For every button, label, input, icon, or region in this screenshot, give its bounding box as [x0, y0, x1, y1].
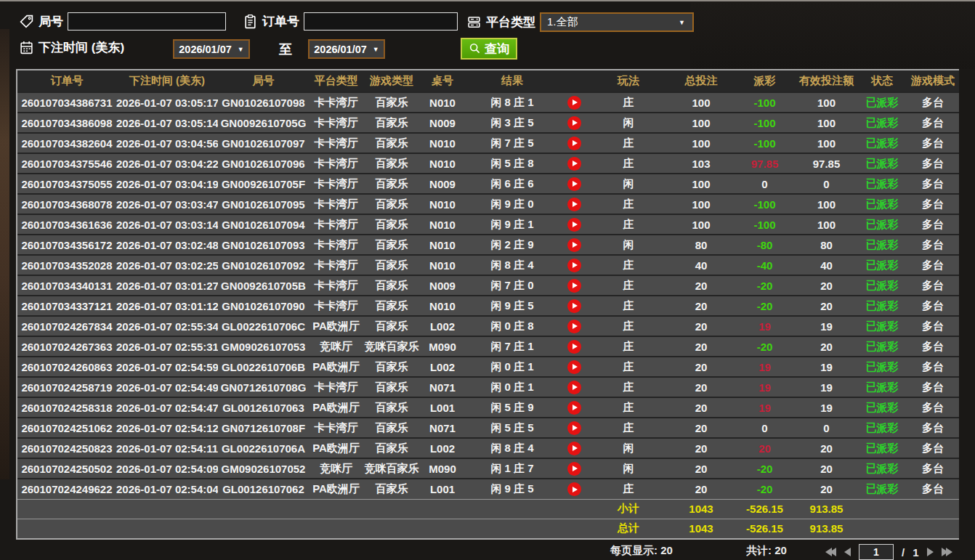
cell-status: 已派彩 — [857, 153, 907, 174]
play-video-icon[interactable] — [567, 218, 581, 232]
cell-order-no: 260107024267834 — [17, 316, 116, 336]
cell-game-no: GL0022610706A — [218, 438, 309, 458]
cell-table-no: N010 — [420, 133, 465, 153]
play-video-icon[interactable] — [567, 299, 581, 313]
query-button[interactable]: 查询 — [461, 38, 517, 60]
subtotal-row: 小计 1043 -526.15 913.85 — [17, 499, 959, 519]
play-video-icon[interactable] — [567, 462, 581, 476]
play-video-icon[interactable] — [567, 116, 581, 130]
cell-game-type: 百家乐 — [363, 438, 420, 458]
cell-mode: 多台 — [907, 255, 959, 275]
cell-payout: -20 — [734, 458, 796, 479]
cell-order-no: 260107034352028 — [17, 255, 116, 275]
cell-mode: 多台 — [907, 377, 959, 397]
page-number-input[interactable]: 1 — [859, 544, 894, 560]
play-video-icon[interactable] — [567, 340, 581, 354]
cell-game-type: 百家乐 — [363, 153, 420, 174]
cell-mode: 多台 — [907, 296, 959, 316]
cell-play: 闲 — [588, 174, 668, 194]
cell-total-bet: 100 — [668, 174, 734, 194]
col-header-order-no: 订单号 — [17, 70, 116, 92]
cell-payout: -100 — [734, 194, 796, 214]
cell-result: 闲 5 庄 8 — [465, 153, 559, 174]
cell-status: 已派彩 — [857, 438, 907, 458]
cell-valid-bet: 20 — [796, 479, 857, 499]
cell-valid-bet: 19 — [796, 397, 857, 418]
col-header-game-type: 游戏类型 — [363, 70, 420, 92]
next-page-button[interactable] — [927, 548, 934, 556]
total-valid-bet: 913.85 — [796, 519, 857, 538]
col-header-table-no: 桌号 — [420, 70, 465, 92]
order-no-input[interactable] — [304, 12, 458, 31]
play-video-icon[interactable] — [567, 279, 581, 293]
table-row: 260107034386731 2026-01-07 03:05:17 GN01… — [17, 92, 959, 113]
chevron-down-icon: ▼ — [373, 46, 379, 53]
play-video-icon[interactable] — [567, 198, 581, 211]
cell-total-bet: 40 — [668, 255, 734, 275]
cell-result: 闲 5 庄 5 — [465, 418, 559, 438]
cell-total-bet: 20 — [668, 275, 734, 296]
subtotal-spacer — [17, 499, 588, 519]
cell-platform: 卡卡湾厅 — [309, 194, 363, 214]
cell-total-bet: 100 — [668, 194, 734, 214]
play-video-icon[interactable] — [567, 238, 581, 252]
first-page-button[interactable] — [825, 548, 836, 556]
cell-replay — [559, 438, 588, 458]
cell-valid-bet: 97.85 — [796, 153, 857, 174]
cell-platform: 竞咪厅 — [309, 336, 363, 357]
date-to-picker[interactable]: 2026/01/07 ▼ — [308, 39, 385, 59]
play-video-icon[interactable] — [567, 157, 581, 171]
cell-game-no: GM09026107052 — [218, 458, 309, 479]
cell-valid-bet: 20 — [796, 275, 857, 296]
chevron-down-icon: ▼ — [679, 19, 685, 26]
play-video-icon[interactable] — [567, 137, 581, 150]
play-video-icon[interactable] — [567, 360, 581, 374]
cell-result: 闲 0 庄 1 — [465, 357, 559, 377]
cell-valid-bet: 20 — [796, 336, 857, 357]
play-video-icon[interactable] — [567, 177, 581, 191]
play-video-icon[interactable] — [567, 442, 581, 455]
cell-bet-time: 2026-01-07 03:01:12 — [116, 296, 218, 316]
cell-valid-bet: 20 — [796, 296, 857, 316]
cell-valid-bet: 100 — [796, 113, 857, 133]
play-video-icon[interactable] — [567, 482, 581, 496]
cell-table-no: N010 — [420, 296, 465, 316]
cell-bet-time: 2026-01-07 03:04:19 — [116, 174, 218, 194]
cell-replay — [559, 194, 588, 214]
date-from-picker[interactable]: 2026/01/07 ▼ — [173, 39, 250, 59]
cell-order-no: 260107034361636 — [17, 214, 116, 235]
cell-order-no: 260107024258318 — [17, 397, 116, 418]
last-page-button[interactable] — [942, 548, 952, 556]
cell-platform: PA欧洲厅 — [309, 438, 363, 458]
cell-status: 已派彩 — [857, 316, 907, 336]
cell-platform: PA欧洲厅 — [309, 357, 363, 377]
platform-type-select[interactable]: 1.全部 ▼ — [540, 12, 694, 32]
cell-mode: 多台 — [907, 133, 959, 153]
cell-game-no: GN01026107090 — [218, 296, 309, 316]
chevron-down-icon: ▼ — [238, 46, 244, 53]
platform-icon — [466, 15, 482, 30]
cell-game-no: GN0712610708G — [218, 377, 309, 397]
cell-bet-time: 2026-01-07 03:01:27 — [116, 275, 218, 296]
play-video-icon[interactable] — [567, 259, 581, 272]
cell-status: 已派彩 — [857, 357, 907, 377]
per-page-value: 20 — [660, 544, 673, 556]
play-video-icon[interactable] — [567, 421, 581, 435]
cell-total-bet: 20 — [668, 438, 734, 458]
play-video-icon[interactable] — [567, 96, 581, 110]
play-video-icon[interactable] — [567, 381, 581, 394]
cell-valid-bet: 100 — [796, 194, 857, 214]
cell-game-no: GN0092610705F — [218, 174, 309, 194]
cell-replay — [559, 316, 588, 336]
clipboard-icon — [243, 14, 258, 29]
play-video-icon[interactable] — [567, 320, 581, 333]
platform-type-label: 平台类型 — [486, 14, 535, 31]
prev-page-button[interactable] — [844, 548, 851, 556]
col-header-result: 结果 — [465, 70, 559, 92]
play-video-icon[interactable] — [567, 401, 581, 415]
game-no-input[interactable] — [68, 12, 226, 31]
cell-mode: 多台 — [907, 357, 959, 377]
cell-result: 闲 5 庄 9 — [465, 397, 559, 418]
cell-replay — [559, 275, 588, 296]
cell-bet-time: 2026-01-07 02:54:47 — [116, 397, 218, 418]
